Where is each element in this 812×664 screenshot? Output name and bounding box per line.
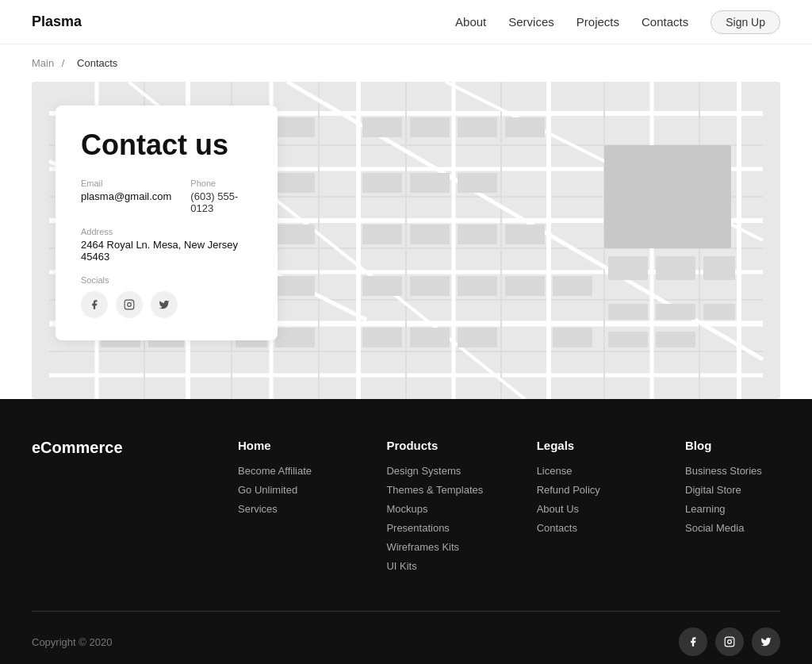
footer-facebook-button[interactable] <box>679 628 707 656</box>
nav-projects[interactable]: Projects <box>576 15 619 29</box>
footer-link-license[interactable]: License <box>537 465 632 477</box>
footer-link-services[interactable]: Services <box>238 503 333 515</box>
svg-rect-41 <box>505 117 545 137</box>
email-value: plasma@gmail.com <box>81 190 171 202</box>
twitter-social-button[interactable] <box>151 291 178 318</box>
breadcrumb: Main / Contacts <box>0 44 812 82</box>
footer-link-become-affiliate[interactable]: Become Affiliate <box>238 465 333 477</box>
email-group: Email plasma@gmail.com <box>81 178 171 214</box>
footer-col-products-title: Products <box>386 439 483 452</box>
footer-link-go-unlimited[interactable]: Go Unlimited <box>238 484 333 496</box>
svg-rect-63 <box>458 276 497 296</box>
nav-contacts[interactable]: Contacts <box>642 15 688 29</box>
svg-rect-62 <box>410 276 450 296</box>
svg-point-87 <box>732 639 733 639</box>
svg-rect-39 <box>410 117 450 137</box>
footer-link-presentations[interactable]: Presentations <box>386 522 483 534</box>
footer-columns: Home Become Affiliate Go Unlimited Servi… <box>238 439 780 579</box>
footer-link-learning[interactable]: Learning <box>685 503 780 515</box>
address-value: 2464 Royal Ln. Mesa, New Jersey 45463 <box>81 239 252 263</box>
svg-rect-71 <box>410 328 450 347</box>
footer-social-icons <box>679 628 780 656</box>
socials-label: Socials <box>81 275 252 285</box>
twitter-icon <box>159 299 170 310</box>
footer: eCommerce Home Become Affiliate Go Unlim… <box>0 399 812 664</box>
contact-fields: Email plasma@gmail.com Phone (603) 555-0… <box>81 178 252 214</box>
footer-link-contacts[interactable]: Contacts <box>537 522 632 534</box>
socials-group: Socials <box>81 275 252 318</box>
footer-link-refund-policy[interactable]: Refund Policy <box>537 484 632 496</box>
nav-services[interactable]: Services <box>508 15 554 29</box>
phone-value: (603) 555-0123 <box>190 190 252 214</box>
footer-copyright: Copyright © 2020 <box>32 636 112 648</box>
navbar-links: About Services Projects Contacts Sign Up <box>455 10 780 34</box>
svg-rect-73 <box>553 328 592 347</box>
svg-rect-74 <box>608 256 648 280</box>
footer-link-mockups[interactable]: Mockups <box>386 503 483 515</box>
contact-title: Contact us <box>81 129 252 161</box>
footer-link-design-systems[interactable]: Design Systems <box>386 465 483 477</box>
svg-rect-76 <box>703 256 735 280</box>
footer-col-legals-title: Legals <box>537 439 632 452</box>
footer-divider <box>32 611 780 612</box>
socials-icons <box>81 291 252 318</box>
map-section: Contact us Email plasma@gmail.com Phone … <box>32 82 780 399</box>
footer-twitter-icon <box>760 636 772 647</box>
svg-rect-64 <box>505 276 545 296</box>
signup-button[interactable]: Sign Up <box>710 10 780 34</box>
svg-rect-85 <box>725 637 734 647</box>
svg-rect-31 <box>604 145 731 248</box>
nav-about[interactable]: About <box>455 15 486 29</box>
footer-brand-name: eCommerce <box>32 439 123 456</box>
footer-col-blog-title: Blog <box>685 439 780 452</box>
svg-rect-38 <box>362 117 402 137</box>
footer-link-business-stories[interactable]: Business Stories <box>685 465 780 477</box>
footer-link-ui-kits[interactable]: UI Kits <box>386 560 483 572</box>
svg-point-83 <box>128 302 132 306</box>
svg-rect-40 <box>458 117 497 137</box>
footer-instagram-button[interactable] <box>715 628 744 656</box>
footer-link-about-us[interactable]: About Us <box>537 503 632 515</box>
footer-facebook-icon <box>688 636 699 647</box>
address-label: Address <box>81 227 252 236</box>
svg-rect-42 <box>362 173 402 193</box>
address-group: Address 2464 Royal Ln. Mesa, New Jersey … <box>81 227 252 263</box>
svg-rect-72 <box>458 328 497 347</box>
svg-rect-80 <box>656 332 695 347</box>
instagram-social-button[interactable] <box>116 291 143 318</box>
svg-rect-52 <box>505 225 545 244</box>
svg-rect-61 <box>362 276 402 296</box>
footer-bottom: Copyright © 2020 <box>32 628 780 656</box>
footer-link-digital-store[interactable]: Digital Store <box>685 484 780 496</box>
svg-rect-60 <box>275 276 315 296</box>
footer-col-products: Products Design Systems Themes & Templat… <box>386 439 483 579</box>
footer-top: eCommerce Home Become Affiliate Go Unlim… <box>32 439 780 579</box>
svg-point-86 <box>728 640 732 644</box>
facebook-icon <box>89 299 100 310</box>
phone-group: Phone (603) 555-0123 <box>190 178 252 214</box>
svg-rect-37 <box>275 117 315 137</box>
instagram-icon <box>124 299 135 310</box>
footer-link-themes-templates[interactable]: Themes & Templates <box>386 484 483 496</box>
footer-link-social-media[interactable]: Social Media <box>685 522 780 534</box>
breadcrumb-main[interactable]: Main <box>32 57 54 69</box>
breadcrumb-separator: / <box>62 57 65 69</box>
svg-rect-46 <box>275 173 315 193</box>
footer-twitter-button[interactable] <box>752 628 780 656</box>
svg-rect-51 <box>458 225 497 244</box>
footer-col-home: Home Become Affiliate Go Unlimited Servi… <box>238 439 333 579</box>
svg-rect-43 <box>410 173 450 193</box>
contact-card: Contact us Email plasma@gmail.com Phone … <box>56 106 278 340</box>
svg-rect-77 <box>608 304 648 320</box>
facebook-social-button[interactable] <box>81 291 108 318</box>
footer-link-wireframes-kits[interactable]: Wireframes Kits <box>386 541 483 553</box>
svg-point-84 <box>132 301 132 302</box>
footer-col-blog: Blog Business Stories Digital Store Lear… <box>685 439 780 579</box>
svg-rect-75 <box>656 256 695 280</box>
svg-rect-65 <box>553 276 592 296</box>
svg-rect-44 <box>458 173 497 193</box>
svg-rect-81 <box>703 304 735 320</box>
svg-rect-82 <box>124 300 134 309</box>
phone-label: Phone <box>190 178 252 188</box>
svg-rect-79 <box>608 332 648 347</box>
